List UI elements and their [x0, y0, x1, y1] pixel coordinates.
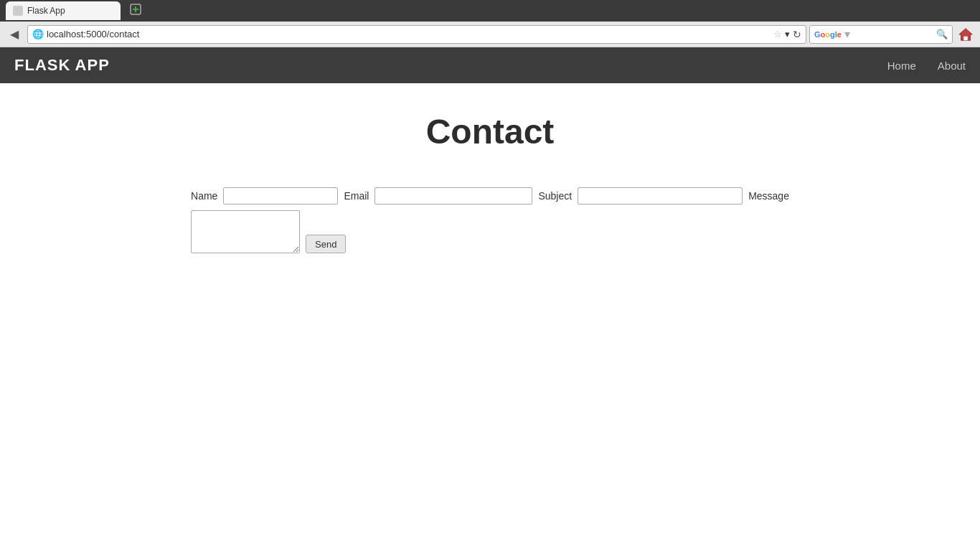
home-button[interactable] — [956, 24, 976, 44]
address-url: localhost:5000/contact — [47, 29, 771, 39]
app-brand[interactable]: FLASK APP — [14, 56, 887, 75]
browser-title-bar: Flask App — [0, 0, 980, 22]
search-engine-logo: Google — [814, 30, 842, 39]
back-button[interactable]: ◀ — [4, 24, 24, 44]
form-row-2: Send — [191, 210, 346, 253]
name-input[interactable] — [223, 187, 338, 204]
back-icon: ◀ — [10, 27, 19, 41]
refresh-icon[interactable]: ↻ — [793, 29, 801, 40]
star-icon: ☆ — [773, 29, 782, 39]
nav-link-home[interactable]: Home — [887, 60, 916, 72]
search-icon[interactable]: 🔍 — [936, 29, 948, 39]
browser-address-bar: ◀ 🌐 localhost:5000/contact ☆ ▾ ↻ Google … — [0, 22, 980, 47]
main-content: Contact Name Email Subject Message Send — [0, 83, 980, 282]
email-input[interactable] — [374, 187, 532, 204]
app-navbar: FLASK APP Home About — [0, 47, 980, 83]
subject-label: Subject — [538, 190, 572, 202]
message-label: Message — [748, 190, 789, 202]
tab-favicon — [13, 6, 23, 16]
globe-icon: 🌐 — [32, 29, 44, 39]
contact-form: Name Email Subject Message Send — [191, 187, 789, 253]
nav-link-about[interactable]: About — [938, 60, 966, 72]
message-textarea[interactable] — [191, 210, 300, 253]
browser-tab[interactable]: Flask App — [6, 1, 121, 20]
search-box[interactable]: Google ▾ 🔍 — [809, 25, 953, 44]
svg-rect-4 — [963, 36, 968, 40]
home-icon — [958, 27, 974, 42]
subject-input[interactable] — [578, 187, 743, 204]
nav-links: Home About — [887, 60, 966, 72]
address-box[interactable]: 🌐 localhost:5000/contact ☆ ▾ ↻ — [27, 25, 806, 44]
send-button[interactable]: Send — [306, 235, 346, 253]
form-row-1: Name Email Subject Message — [191, 187, 789, 204]
name-label: Name — [191, 190, 217, 202]
new-tab-button[interactable] — [126, 1, 145, 20]
email-label: Email — [344, 190, 369, 202]
new-tab-icon — [130, 4, 141, 19]
page-title: Contact — [426, 112, 555, 151]
dropdown-icon: ▾ — [785, 29, 790, 39]
tab-title: Flask App — [27, 6, 65, 16]
search-engine-dropdown-icon: ▾ — [844, 27, 850, 41]
